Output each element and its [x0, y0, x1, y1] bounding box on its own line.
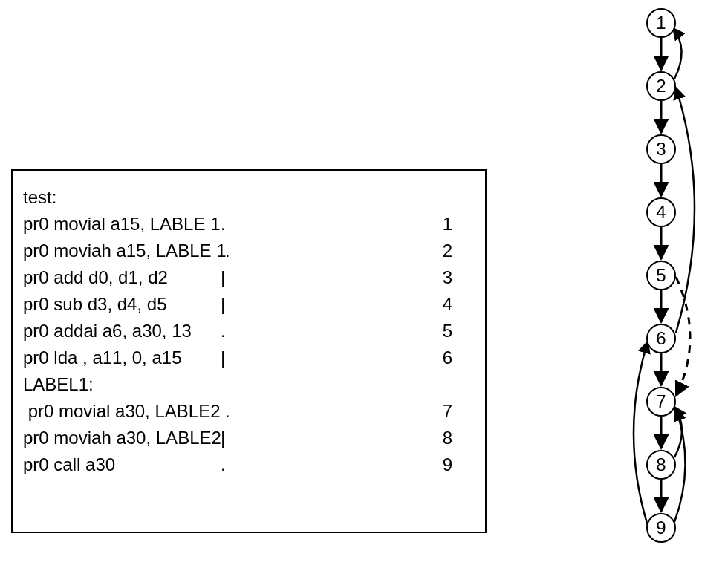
line-number: 5	[443, 318, 475, 344]
code-line: pr0 call a30 . 9	[23, 451, 475, 478]
asm-text: pr0 moviah a15, LABLE 1	[23, 238, 221, 264]
line-number: 2	[443, 238, 475, 264]
code-line: pr0 add d0, d1, d2 | 3	[23, 264, 475, 291]
graph-node-3: 3	[646, 134, 676, 164]
asm-text: pr0 sub d3, d4, d5	[23, 291, 216, 318]
delimiter: |	[216, 425, 225, 451]
line-number: 7	[443, 398, 475, 425]
asm-text: pr0 addai a6, a30, 13	[23, 318, 216, 344]
asm-text: pr0 lda , a11, 0, a15	[23, 344, 216, 371]
graph-node-4: 4	[646, 197, 676, 227]
asm-text: pr0 call a30	[23, 451, 216, 478]
code-line: pr0 movial a30, LABLE2 . 7	[23, 398, 475, 425]
asm-text: pr0 moviah a30, LABLE2	[23, 425, 216, 451]
delimiter: .	[216, 318, 226, 344]
graph-node-5: 5	[646, 261, 676, 290]
delimiter: |	[216, 344, 225, 371]
asm-text: pr0 movial a30, LABLE2	[23, 398, 221, 425]
code-line: pr0 moviah a15, LABLE 1 . 2	[23, 238, 475, 264]
asm-text: pr0 movial a15, LABLE 1	[23, 211, 216, 238]
delimiter: .	[221, 238, 230, 264]
line-number: 8	[443, 425, 475, 451]
delimiter: .	[221, 398, 230, 425]
delimiter: |	[216, 291, 225, 318]
label-label1: LABEL1:	[23, 371, 475, 398]
dependency-graph: 1 2 3 4 5 6 7 8 9	[609, 6, 713, 585]
graph-node-7: 7	[646, 387, 676, 416]
code-line: pr0 moviah a30, LABLE2 | 8	[23, 425, 475, 451]
line-number: 9	[443, 451, 475, 478]
graph-node-9: 9	[646, 513, 676, 543]
code-line: pr0 lda , a11, 0, a15 | 6	[23, 344, 475, 371]
line-number: 3	[443, 264, 475, 291]
delimiter: .	[216, 451, 226, 478]
code-line: pr0 addai a6, a30, 13 . 5	[23, 318, 475, 344]
asm-text: pr0 add d0, d1, d2	[23, 264, 216, 291]
assembly-code-box: test: pr0 movial a15, LABLE 1 . 1 pr0 mo…	[11, 169, 487, 533]
code-line: pr0 sub d3, d4, d5 | 4	[23, 291, 475, 318]
line-number: 4	[443, 291, 475, 318]
graph-node-8: 8	[646, 450, 676, 480]
delimiter: |	[216, 264, 225, 291]
line-number: 1	[443, 211, 475, 238]
graph-node-1: 1	[646, 8, 676, 38]
graph-node-2: 2	[646, 71, 676, 101]
delimiter: .	[216, 211, 238, 238]
label-test: test:	[23, 184, 475, 211]
line-number: 6	[443, 344, 475, 371]
code-line: pr0 movial a15, LABLE 1 . 1	[23, 211, 475, 238]
graph-node-6: 6	[646, 324, 676, 353]
